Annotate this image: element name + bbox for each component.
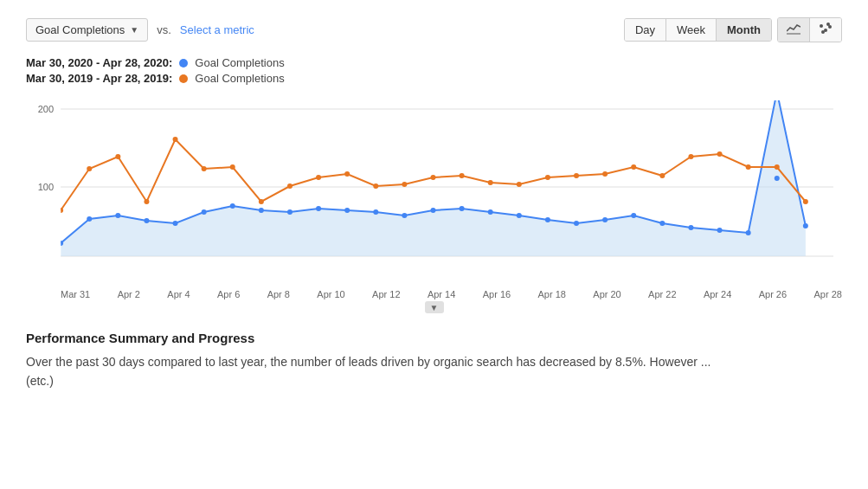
svg-text:100: 100 bbox=[38, 182, 54, 192]
x-label: Apr 16 bbox=[483, 289, 511, 299]
svg-point-49 bbox=[344, 171, 350, 177]
dropdown-arrow-icon: ▼ bbox=[130, 25, 138, 35]
legend-metric-2019: Goal Completions bbox=[195, 72, 284, 85]
metric-select-button[interactable]: Goal Completions ▼ bbox=[26, 18, 148, 42]
svg-point-21 bbox=[316, 206, 321, 211]
svg-point-60 bbox=[659, 173, 665, 178]
x-label: Apr 18 bbox=[538, 289, 566, 299]
performance-title: Performance Summary and Progress bbox=[26, 331, 842, 345]
legend: Mar 30, 2020 - Apr 28, 2020: Goal Comple… bbox=[26, 56, 842, 85]
svg-point-62 bbox=[717, 151, 723, 157]
svg-point-64 bbox=[775, 164, 780, 170]
svg-point-42 bbox=[144, 199, 149, 204]
svg-point-26 bbox=[460, 206, 465, 211]
x-label: Apr 26 bbox=[759, 289, 787, 299]
chart-type-line-button[interactable] bbox=[778, 18, 810, 42]
legend-date-2019: Mar 30, 2019 - Apr 28, 2019: bbox=[26, 72, 172, 85]
chart-container: 200 100 bbox=[26, 92, 842, 282]
svg-point-46 bbox=[259, 199, 264, 204]
line-chart-icon bbox=[787, 23, 800, 35]
chart-type-scatter-button[interactable] bbox=[810, 18, 841, 42]
svg-point-35 bbox=[717, 228, 723, 233]
x-label: Apr 22 bbox=[648, 289, 676, 299]
legend-dot-blue bbox=[179, 59, 188, 68]
svg-point-27 bbox=[488, 209, 493, 215]
svg-point-25 bbox=[430, 208, 435, 213]
svg-point-16 bbox=[173, 221, 178, 226]
svg-point-34 bbox=[688, 225, 693, 230]
blue-area-fill bbox=[61, 92, 806, 256]
svg-point-31 bbox=[602, 217, 608, 222]
toolbar-right: Day Week Month bbox=[624, 17, 842, 42]
legend-dot-orange bbox=[179, 74, 188, 83]
svg-point-20 bbox=[287, 209, 293, 215]
legend-metric-2020: Goal Completions bbox=[195, 56, 284, 69]
svg-point-32 bbox=[631, 213, 636, 218]
performance-summary: Performance Summary and Progress Over th… bbox=[26, 331, 842, 391]
scroll-down-arrow[interactable]: ▼ bbox=[425, 301, 444, 313]
svg-point-30 bbox=[574, 221, 579, 226]
svg-point-37 bbox=[775, 176, 780, 181]
x-label: Apr 28 bbox=[813, 289, 841, 299]
svg-point-63 bbox=[746, 164, 751, 170]
svg-point-4 bbox=[821, 30, 825, 34]
x-axis-labels: Mar 31 Apr 2 Apr 4 Apr 6 Apr 8 Apr 10 Ap… bbox=[26, 286, 842, 299]
x-label: Apr 8 bbox=[267, 289, 290, 299]
svg-point-65 bbox=[803, 199, 808, 204]
svg-point-57 bbox=[574, 173, 579, 178]
metric-select-label: Goal Completions bbox=[35, 23, 125, 36]
svg-point-29 bbox=[545, 217, 550, 222]
performance-text: Over the past 30 days compared to last y… bbox=[26, 352, 718, 391]
toolbar: Goal Completions ▼ vs. Select a metric D… bbox=[26, 17, 842, 42]
svg-point-39 bbox=[58, 208, 63, 213]
scroll-arrow-icon: ▼ bbox=[430, 303, 439, 312]
svg-point-12 bbox=[58, 241, 63, 246]
period-month-button[interactable]: Month bbox=[717, 19, 771, 41]
x-label: Apr 4 bbox=[167, 289, 190, 299]
svg-point-47 bbox=[287, 183, 293, 189]
svg-point-1 bbox=[820, 24, 823, 28]
period-buttons: Day Week Month bbox=[624, 18, 772, 42]
svg-point-52 bbox=[430, 175, 435, 180]
period-week-button[interactable]: Week bbox=[666, 19, 717, 41]
svg-point-36 bbox=[746, 230, 751, 235]
x-label: Apr 2 bbox=[118, 289, 140, 299]
period-day-button[interactable]: Day bbox=[625, 19, 666, 41]
x-label: Mar 31 bbox=[61, 289, 90, 299]
chart-type-buttons bbox=[777, 17, 842, 42]
x-label: Apr 10 bbox=[317, 289, 344, 299]
svg-point-38 bbox=[803, 223, 808, 228]
svg-point-53 bbox=[460, 173, 465, 178]
svg-text:200: 200 bbox=[38, 104, 54, 114]
vs-label: vs. bbox=[157, 23, 171, 36]
x-label: Apr 12 bbox=[372, 289, 400, 299]
chart-svg: 200 100 bbox=[26, 92, 842, 282]
svg-point-17 bbox=[202, 209, 207, 215]
svg-point-13 bbox=[87, 216, 92, 222]
svg-point-59 bbox=[631, 164, 636, 170]
svg-point-22 bbox=[344, 208, 350, 213]
x-label: Apr 14 bbox=[428, 289, 455, 299]
x-label: Apr 20 bbox=[593, 289, 620, 299]
svg-point-14 bbox=[115, 213, 120, 218]
select-metric-link[interactable]: Select a metric bbox=[180, 23, 254, 36]
svg-point-61 bbox=[688, 154, 693, 159]
svg-point-50 bbox=[373, 183, 378, 189]
svg-point-55 bbox=[517, 182, 522, 187]
svg-point-41 bbox=[115, 154, 120, 159]
scroll-indicator: ▼ bbox=[26, 301, 842, 313]
svg-point-44 bbox=[202, 166, 207, 171]
svg-point-15 bbox=[144, 218, 149, 223]
svg-point-28 bbox=[517, 213, 522, 218]
svg-point-43 bbox=[173, 137, 178, 142]
svg-point-5 bbox=[826, 23, 830, 26]
svg-point-51 bbox=[402, 182, 407, 187]
svg-point-33 bbox=[659, 221, 665, 226]
legend-row-2020: Mar 30, 2020 - Apr 28, 2020: Goal Comple… bbox=[26, 56, 842, 69]
x-label: Apr 6 bbox=[217, 289, 240, 299]
svg-point-19 bbox=[259, 208, 264, 213]
scatter-chart-icon bbox=[819, 23, 833, 35]
svg-point-24 bbox=[402, 213, 407, 218]
svg-point-40 bbox=[87, 166, 92, 171]
svg-point-48 bbox=[316, 175, 321, 180]
